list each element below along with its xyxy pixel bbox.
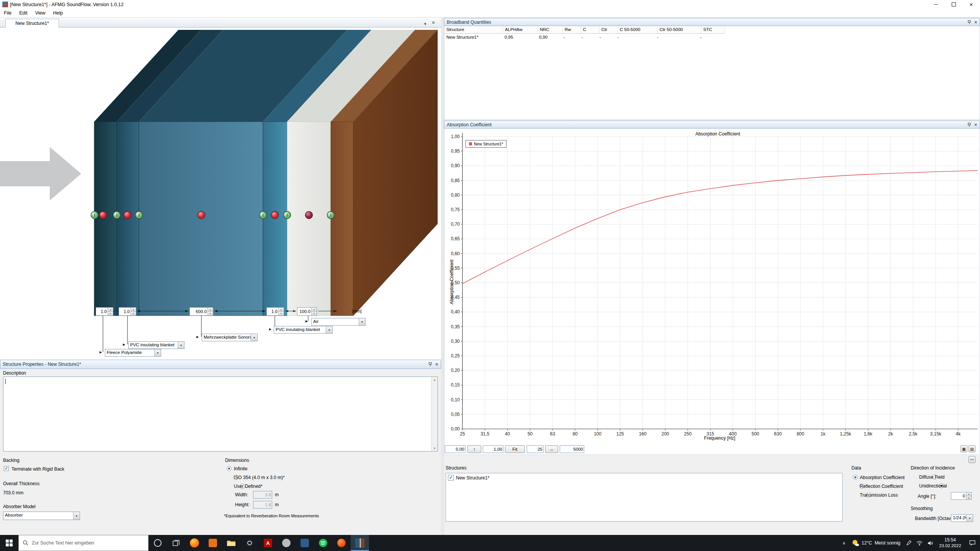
- bandwidth-combo[interactable]: 1/24 (Nc ▼: [951, 514, 973, 522]
- taskbar-app-adobe[interactable]: A: [259, 535, 277, 551]
- layer2-material-combo[interactable]: PVC insulating blanket ▼: [128, 341, 185, 349]
- volume-tray-button[interactable]: [925, 535, 936, 551]
- hidden-icons-button[interactable]: ∧: [839, 535, 849, 551]
- clock-widget[interactable]: 15:54 23.02.2022: [936, 537, 965, 549]
- dropdown-arrow-icon[interactable]: ▼: [966, 515, 973, 522]
- minimize-button[interactable]: [927, 0, 945, 9]
- x-max-input[interactable]: [560, 445, 584, 453]
- absorption-coefficient-radio[interactable]: [853, 475, 858, 480]
- absorption-chart[interactable]: 0,000,050,100,150,200,250,300,350,400,45…: [445, 129, 979, 445]
- col-ctr50[interactable]: Ctr 50-5000: [658, 26, 701, 34]
- y-max-input[interactable]: [483, 445, 503, 453]
- task-view-button[interactable]: [167, 535, 185, 551]
- angle-spinner[interactable]: ▲▼: [966, 492, 971, 499]
- menu-edit[interactable]: Edit: [15, 9, 31, 17]
- structure-3d-view[interactable]: [0, 28, 441, 360]
- description-textarea[interactable]: ▲ ▼: [3, 377, 438, 452]
- layer2-thickness-value[interactable]: [119, 308, 131, 315]
- pane-splitter[interactable]: [441, 18, 444, 535]
- taskbar-app-spotify[interactable]: [314, 535, 332, 551]
- layer1-front-face[interactable]: [94, 122, 117, 316]
- col-alphaw[interactable]: ALPHAw: [503, 26, 538, 34]
- angle-input[interactable]: ▲▼: [951, 492, 972, 500]
- layer3-thickness-spinner[interactable]: ▲▼: [207, 308, 213, 315]
- col-nrc[interactable]: NRC: [538, 26, 563, 34]
- start-button[interactable]: [0, 535, 18, 551]
- col-structure[interactable]: Structure: [444, 26, 503, 34]
- action-center-button[interactable]: [965, 535, 980, 551]
- layer3-thickness-input[interactable]: ▲▼: [189, 307, 213, 316]
- layer1-material-combo[interactable]: Fleece Polyamide ▼: [105, 349, 161, 357]
- layer4-material-combo[interactable]: PVC insulating blanket ▼: [274, 326, 333, 334]
- dropdown-arrow-icon[interactable]: ▼: [251, 334, 257, 341]
- taskbar-app-blue[interactable]: [296, 535, 314, 551]
- layer3-material-combo[interactable]: Mehrzweckplatte Sonorc ▼: [202, 334, 258, 341]
- taskbar-app-gray[interactable]: [277, 535, 296, 551]
- layer1-thickness-spinner[interactable]: ▲▼: [108, 308, 113, 315]
- layer1-thickness-input[interactable]: ▲▼: [96, 307, 113, 316]
- layer2-thickness-input[interactable]: ▲▼: [119, 307, 136, 316]
- layer5-thickness-value[interactable]: [297, 308, 311, 315]
- pin-icon[interactable]: [967, 122, 972, 127]
- tab-list-button[interactable]: ▾: [424, 20, 426, 27]
- chart-grid-button[interactable]: ▦: [960, 445, 967, 452]
- structure-checkbox[interactable]: ✓: [448, 475, 454, 481]
- layer4-thickness-spinner[interactable]: ▲▼: [278, 308, 284, 315]
- panel-close-icon[interactable]: ×: [435, 362, 438, 366]
- tab-new-structure1[interactable]: New Structure1*: [5, 19, 59, 28]
- height-input[interactable]: [253, 501, 272, 509]
- x-min-input[interactable]: [527, 445, 544, 453]
- tab-close-button[interactable]: ×: [432, 19, 435, 26]
- dropdown-arrow-icon[interactable]: ▼: [359, 318, 365, 325]
- absorber-model-combo[interactable]: Absorber ▼: [3, 512, 80, 520]
- width-value[interactable]: [253, 491, 272, 498]
- structures-listbox[interactable]: ✓ New Structure1*: [446, 473, 843, 522]
- description-scrollbar[interactable]: ▲ ▼: [431, 377, 438, 451]
- pin-icon[interactable]: [967, 20, 972, 24]
- dropdown-arrow-icon[interactable]: ▼: [326, 326, 332, 333]
- width-input[interactable]: [253, 491, 272, 499]
- menu-file[interactable]: File: [0, 9, 15, 17]
- layer4-thickness-input[interactable]: ▲▼: [266, 307, 284, 316]
- layer4-thickness-value[interactable]: [267, 308, 278, 315]
- dropdown-arrow-icon[interactable]: ▼: [178, 342, 184, 349]
- taskbar-app-steam[interactable]: [240, 535, 259, 551]
- y-autoscale-button[interactable]: ↕: [467, 445, 481, 453]
- scroll-up-icon[interactable]: ▲: [433, 377, 436, 383]
- maximize-button[interactable]: [945, 0, 962, 9]
- dimensions-infinite-radio[interactable]: [227, 466, 232, 471]
- dropdown-arrow-icon[interactable]: ▼: [73, 512, 80, 520]
- structures-list-item[interactable]: ✓ New Structure1*: [446, 473, 842, 482]
- layer2-thickness-spinner[interactable]: ▲▼: [131, 308, 136, 315]
- panel-close-icon[interactable]: ×: [974, 123, 977, 127]
- backing-front-face[interactable]: [331, 122, 353, 316]
- col-stc[interactable]: STC: [701, 26, 725, 34]
- height-value[interactable]: [253, 501, 272, 508]
- col-c[interactable]: C: [581, 26, 599, 34]
- layer5-thickness-spinner[interactable]: ▲▼: [311, 308, 317, 315]
- menu-help[interactable]: Help: [49, 9, 67, 17]
- scroll-down-icon[interactable]: ▼: [433, 445, 436, 451]
- chart-style-button[interactable]: ▤: [969, 445, 975, 452]
- dropdown-arrow-icon[interactable]: ▼: [154, 349, 161, 356]
- weather-widget[interactable]: 12°C Meist sonnig: [849, 540, 903, 546]
- taskbar-app-soundflow-active[interactable]: [351, 535, 369, 551]
- panel-close-icon[interactable]: ×: [974, 20, 977, 24]
- x-autoscale-button[interactable]: ↔: [545, 445, 558, 453]
- taskbar-app-orange[interactable]: [204, 535, 222, 551]
- broadband-data-row[interactable]: New Structure1* 0,95 0,90 - - - - - -: [444, 34, 980, 41]
- taskbar-app-red[interactable]: [332, 535, 351, 551]
- y-min-input[interactable]: [445, 445, 466, 453]
- col-ctr[interactable]: Ctr: [599, 26, 618, 34]
- pin-icon[interactable]: [428, 362, 433, 367]
- taskbar-app-firefox[interactable]: [185, 535, 204, 551]
- pen-tray-button[interactable]: [903, 535, 914, 551]
- layer1-thickness-value[interactable]: [96, 308, 108, 315]
- layer5-thickness-input[interactable]: ▲▼: [297, 307, 317, 316]
- collapse-panel-button[interactable]: ∧∧: [969, 456, 975, 463]
- structure-canvas[interactable]: ▲▼ ▲▼ ▲▼ ▲▼ ▲▼ [mm] ▶ Air ▼ ▶ PVC insula…: [0, 28, 441, 360]
- taskbar-app-explorer[interactable]: [222, 535, 240, 551]
- taskbar-search-box[interactable]: Zur Suche Text hier eingeben: [18, 535, 149, 551]
- layer3-thickness-value[interactable]: [190, 308, 207, 315]
- cortana-button[interactable]: [149, 535, 167, 551]
